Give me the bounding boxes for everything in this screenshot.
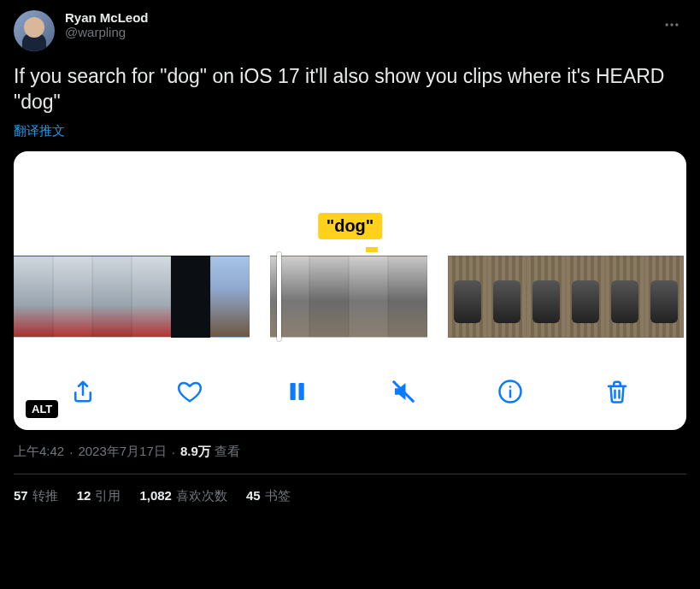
svg-point-0 [666,23,668,26]
handle[interactable]: @warpling [65,25,149,39]
quotes-label: 引用 [95,488,121,504]
svg-point-8 [509,386,512,388]
more-icon [663,16,680,33]
avatar[interactable] [14,10,55,51]
clip-strip-1 [14,256,250,338]
alt-badge[interactable]: ALT [26,400,58,418]
mute-icon [391,379,416,404]
search-tag-label: "dog" [318,213,383,239]
clip-strip-2 [270,256,427,338]
bookmarks-label: 书签 [265,488,291,504]
tweet-time[interactable]: 上午4:42 [14,444,64,460]
pause-icon [284,379,309,404]
clip-frame [270,256,309,338]
share-icon [70,379,96,404]
quotes-stat[interactable]: 12 引用 [77,488,121,504]
media-card[interactable]: "dog" [14,151,686,430]
more-options-button[interactable] [657,10,686,39]
svg-point-1 [670,23,673,26]
search-tag-marker [366,247,378,252]
likes-stat[interactable]: 1,082 喜欢次数 [139,488,227,504]
bookmarks-count: 45 [246,488,261,504]
clip-frame [566,256,605,338]
bookmarks-stat[interactable]: 45 书签 [246,488,291,504]
trash-icon [604,379,630,404]
clip-frame [309,256,349,338]
tweet-text: If you search for "dog" on iOS 17 it'll … [14,63,686,115]
clip-frame [605,256,644,338]
clip-frame [448,256,487,338]
info-icon [497,379,523,404]
views-count: 8.9万 [180,444,211,460]
share-button[interactable] [68,376,98,407]
clip-frame [487,256,526,338]
quotes-count: 12 [77,488,91,504]
tweet-header: Ryan McLeod @warpling [14,10,686,51]
svg-point-2 [675,23,678,26]
retweets-count: 57 [14,488,28,504]
meta-row: 上午4:42 · 2023年7月17日 · 8.9万 查看 [14,444,686,460]
delete-button[interactable] [602,376,632,407]
svg-rect-4 [298,383,303,400]
like-button[interactable] [174,376,205,407]
clip-frame [210,256,250,338]
clip-frame [349,256,388,338]
separator: · [69,445,73,459]
clip-frame [644,256,684,338]
divider [14,474,686,474]
clip-frame [92,256,132,338]
clip-strip-3 [448,256,684,338]
mute-button[interactable] [388,376,419,407]
separator: · [172,445,175,459]
playhead[interactable] [277,252,281,341]
pause-button[interactable] [281,376,312,407]
clip-frame [526,256,566,338]
clip-strip-row [14,256,686,338]
clip-frame [132,256,171,338]
likes-count: 1,082 [139,488,172,504]
display-name[interactable]: Ryan McLeod [65,10,149,25]
media-toolbar [14,367,686,416]
clip-frame [53,256,92,338]
heart-icon [177,379,203,404]
clip-frame [14,256,53,338]
likes-label: 喜欢次数 [176,488,227,504]
clip-frame [388,256,427,338]
translate-link[interactable]: 翻译推文 [14,123,686,139]
tweet-date[interactable]: 2023年7月17日 [78,444,166,460]
retweets-label: 转推 [32,488,58,504]
retweets-stat[interactable]: 57 转推 [14,488,58,504]
author-block: Ryan McLeod @warpling [65,10,149,39]
stats-row: 57 转推 12 引用 1,082 喜欢次数 45 书签 [14,488,686,504]
svg-rect-3 [290,383,295,400]
clip-frame [171,256,210,338]
views-label: 查看 [215,444,240,460]
info-button[interactable] [495,376,526,407]
